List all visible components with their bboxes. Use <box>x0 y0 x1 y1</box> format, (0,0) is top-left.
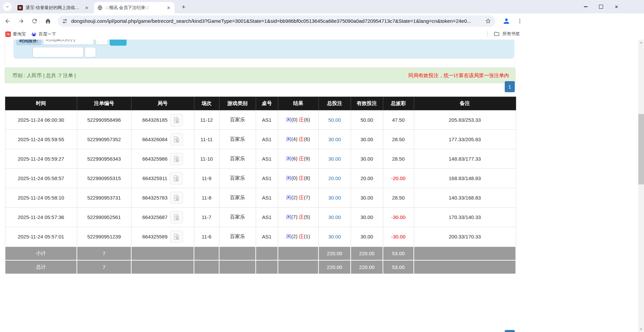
cell-payout: -30.00 <box>383 227 414 247</box>
three-dots-icon <box>517 18 523 24</box>
video-replay-button[interactable] <box>170 192 183 204</box>
cell-time: 2025-11-24 06:00:30 <box>5 110 77 130</box>
reload-button[interactable] <box>29 15 40 27</box>
scrollbar-thumb[interactable] <box>638 114 644 184</box>
form-secondary-addon[interactable] <box>85 47 96 57</box>
forward-button[interactable] <box>15 15 27 27</box>
tab-bet-records[interactable]: :::视讯 会员下注纪录::: ✕ <box>94 2 175 13</box>
form-secondary-input[interactable] <box>33 47 84 57</box>
cell-bet-id: 522990953731 <box>77 188 131 208</box>
summary-cell <box>414 246 516 260</box>
summary-cell: 220.00 <box>351 246 383 260</box>
payout-value: -30.00 <box>391 234 406 239</box>
total-bet-link[interactable]: 20.00 <box>328 175 341 181</box>
search-button[interactable] <box>110 40 127 46</box>
cell-total-bet: 30.00 <box>318 227 351 247</box>
window-controls: ✕ <box>578 0 624 13</box>
minimize-button[interactable] <box>578 0 593 13</box>
cell-session: 11-10 <box>194 149 219 169</box>
sort-select-addon[interactable] <box>95 40 108 45</box>
result-banker-count: (6) <box>304 136 310 142</box>
bookmark-baidu[interactable]: 百度一下 <box>31 31 56 37</box>
round-id-text: 664325911 <box>143 175 167 181</box>
table-footer: 小计7220.00220.0053.00总计7220.00220.0053.00 <box>5 246 516 274</box>
cell-session: 11-7 <box>194 208 219 227</box>
cell-session: 11-9 <box>194 169 219 188</box>
cell-time: 2025-11-24 05:58:57 <box>5 169 77 188</box>
address-bar[interactable]: dongshouji.com/ipl/portal.php/game/betre… <box>58 15 495 27</box>
column-header: 注单编号 <box>77 97 131 110</box>
video-replay-button[interactable] <box>170 172 183 184</box>
video-replay-button[interactable] <box>170 231 183 243</box>
cell-total-bet: 30.00 <box>318 149 351 169</box>
table-body: 2025-11-24 06:00:30522990958496664326185… <box>5 110 516 247</box>
round-id-group: 664325687 <box>132 211 194 223</box>
tab-close-icon[interactable]: ✕ <box>166 5 171 10</box>
tab-search-button[interactable] <box>3 2 12 11</box>
pagination-page-1[interactable]: 1 <box>505 81 515 92</box>
maximize-icon <box>599 5 603 9</box>
back-button[interactable] <box>2 15 13 27</box>
new-tab-button[interactable]: + <box>179 3 188 11</box>
total-bet-link[interactable]: 30.00 <box>328 195 341 201</box>
page-content: 时间排序: 时间(由大到小) 币别 : 人民币 | 总共 :7 注单 | 同局有… <box>0 40 638 332</box>
cell-bet-id: 522990951239 <box>77 227 131 247</box>
tab-close-icon[interactable]: ✕ <box>84 5 89 10</box>
cell-round-id: 664325687 <box>131 208 194 227</box>
total-bet-link[interactable]: 30.00 <box>328 136 341 142</box>
cell-total-bet: 20.00 <box>318 169 351 188</box>
cell-round-id: 664325986 <box>131 149 194 169</box>
cell-remark: 168.83/148.83 <box>414 169 516 188</box>
result-banker-label: 庄 <box>299 195 304 200</box>
profile-button[interactable] <box>501 15 512 27</box>
tab-casino-site[interactable]: 通宝-信誉最好的网上游戏平台 ✕ <box>14 2 93 13</box>
cell-total-bet: 30.00 <box>318 130 351 149</box>
column-header: 时间 <box>5 97 77 110</box>
column-header: 总投注 <box>318 97 351 110</box>
site-settings-icon[interactable] <box>62 18 68 24</box>
payout-value: 28.50 <box>392 195 405 201</box>
cell-result: 闲(4) 庄(6) <box>278 130 318 149</box>
cell-remark: 200.33/170.33 <box>414 227 516 247</box>
result-player-label: 闲 <box>286 175 291 181</box>
video-replay-button[interactable] <box>170 133 183 146</box>
sort-select[interactable]: 时间(由大到小) <box>43 40 94 45</box>
cell-valid-bet: 20.00 <box>351 169 383 188</box>
home-button[interactable] <box>42 15 54 27</box>
cell-valid-bet: 50.00 <box>351 110 383 130</box>
video-replay-button[interactable] <box>170 211 183 223</box>
summary-cell <box>414 260 516 274</box>
bookmark-label: 百度一下 <box>39 31 56 37</box>
video-replay-button[interactable] <box>170 153 183 165</box>
cell-table-no: AS1 <box>256 227 278 247</box>
payout-value: -20.00 <box>391 175 406 181</box>
total-bet-link[interactable]: 50.00 <box>328 117 341 123</box>
browser-window: 通宝-信誉最好的网上游戏平台 ✕ :::视讯 会员下注纪录::: ✕ + ✕ <box>0 0 644 332</box>
pagination-page-1-bottom[interactable]: 1 <box>505 330 515 332</box>
round-id-text: 664325986 <box>142 156 167 162</box>
table-row: 2025-11-24 05:59:27522990956343664325986… <box>5 149 516 169</box>
all-bookmarks[interactable]: 所有书签 <box>487 29 520 39</box>
browser-menu-button[interactable] <box>514 15 526 27</box>
video-file-icon <box>173 136 180 143</box>
total-bet-link[interactable]: 30.00 <box>328 214 341 220</box>
cell-time: 2025-11-24 05:59:27 <box>5 149 77 169</box>
bookmark-taobao[interactable]: 淘 爱淘宝 <box>5 31 26 37</box>
round-id-group: 664326185 <box>132 114 194 126</box>
total-bet-link[interactable]: 30.00 <box>328 234 341 239</box>
close-button[interactable]: ✕ <box>609 0 624 13</box>
cell-remark: 148.83/177.33 <box>414 149 516 169</box>
cell-table-no: AS1 <box>256 130 278 149</box>
total-bet-link[interactable]: 30.00 <box>328 156 341 162</box>
cell-session: 11-8 <box>194 188 219 208</box>
cell-game-type: 百家乐 <box>219 208 256 227</box>
summary-cell <box>256 246 278 260</box>
summary-bar: 币别 : 人民币 | 总共 :7 注单 | 同局有效投注，统一计算在该局第一张注… <box>5 68 515 83</box>
scroll-up-icon[interactable]: ▲ <box>638 40 644 45</box>
bookmark-star-icon[interactable] <box>485 18 491 24</box>
summary-cell <box>278 246 318 260</box>
scroll-down-icon[interactable]: ▼ <box>638 326 644 332</box>
result-player-count: (7) <box>291 214 299 220</box>
maximize-button[interactable] <box>593 0 609 13</box>
video-replay-button[interactable] <box>170 114 183 126</box>
